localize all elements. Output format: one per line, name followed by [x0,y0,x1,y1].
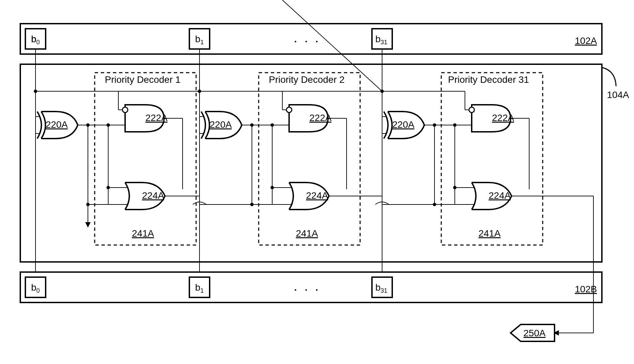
decoder1-xor-ref: 220A [46,119,68,130]
decoder1-and-ref: 222A [145,113,168,123]
svg-text:b0: b0 [31,282,40,294]
bottom-register: b0 b1 b31 . . . 102B [20,272,602,302]
bottom-ellipsis: . . . [294,282,321,293]
top-register: b b0 b1 b31 . . . 102A [20,24,602,54]
decoder-31: Priority Decoder 31 220A 222A 224A 241A [380,73,593,245]
decoder31-block-ref: 241A [478,228,501,239]
circuit-diagram: b b0 b1 b31 . . . 102A b0 b1 b31 . . . 1… [0,0,634,364]
svg-point-58 [271,123,274,127]
svg-rect-19 [95,73,196,245]
decoder2-and-ref: 222A [309,113,332,123]
decoder31-and-ref: 222A [492,113,514,123]
svg-point-61 [250,203,254,206]
comparator-ref: 104A [607,90,629,100]
decoder31-xor-ref: 220A [392,119,415,130]
svg-rect-41 [259,73,360,245]
svg-text:b1: b1 [195,282,204,294]
output-ref: 250A [523,328,546,338]
svg-text:b0: b0 [31,34,40,46]
decoder1-block-ref: 241A [132,228,154,239]
top-register-ref: 102A [575,35,597,46]
decoder2-title: Priority Decoder 2 [269,74,345,85]
output-wire: 250A [511,196,593,341]
decoder1-title: Priority Decoder 1 [105,74,181,85]
svg-text:b31: b31 [375,34,388,46]
decoder1-or-ref: 224A [142,190,164,201]
svg-text:b31: b31 [375,282,388,294]
svg-text:b1: b1 [195,34,204,46]
decoder31-or-ref: 224A [489,190,511,201]
svg-point-81 [433,203,436,206]
svg-rect-63 [441,73,543,245]
decoder2-or-ref: 224A [306,190,328,201]
svg-point-38 [86,203,90,206]
decoder2-xor-ref: 220A [210,119,232,130]
svg-point-78 [453,123,456,127]
top-ellipsis: . . . [294,34,321,44]
svg-point-35 [107,123,110,127]
decoder2-block-ref: 241A [296,228,318,239]
comparator-block: 104A [20,64,629,262]
decoder31-title: Priority Decoder 31 [448,74,529,85]
decoder-1: Priority Decoder 1 220A 222A 224A [34,73,199,245]
decoder-2: Priority Decoder 2 220A 222A 224A 241A [198,0,382,245]
